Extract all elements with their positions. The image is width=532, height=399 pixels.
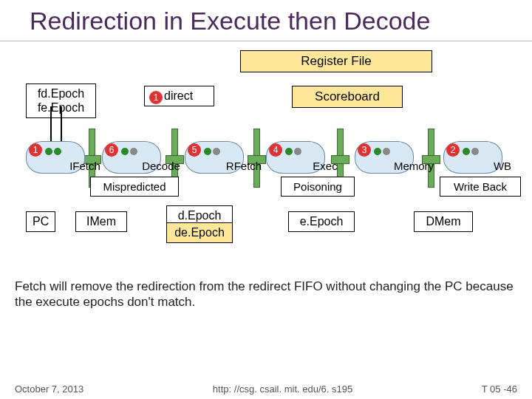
stage-memory: 3 Memory [355, 141, 414, 174]
stage-label: Exec [296, 160, 355, 172]
footer-url: http: //csg. csail. mit. edu/6. s195 [213, 383, 352, 395]
poisoning-box: Poisoning [281, 177, 355, 197]
footer-date: October 7, 2013 [15, 383, 83, 395]
stage-label: Decode [132, 160, 191, 172]
slide-caption: Fetch will remove the redirection from t… [0, 278, 532, 311]
epoch-dots [374, 145, 392, 157]
write-back-box: Write Back [440, 177, 521, 197]
imem-box: IMem [75, 211, 127, 232]
mispredicted-box: Mispredicted [90, 177, 179, 197]
redirect-box: 1 direct [144, 86, 214, 106]
stage-exec: 4 Exec [266, 141, 325, 174]
epoch-dots [204, 145, 222, 157]
stage-label: WB [473, 160, 532, 172]
scoreboard-box: Scoreboard [292, 86, 403, 108]
e-epoch-box: e.Epoch [288, 211, 355, 232]
stage-rfetch: 5 RFetch [185, 141, 244, 174]
register-file-box: Register File [240, 50, 432, 72]
pc-box: PC [26, 211, 55, 232]
stage-label: Memory [384, 160, 443, 172]
epoch-dots [463, 145, 480, 157]
epoch-dots [285, 145, 303, 157]
arrow [50, 106, 52, 142]
fifo-icon [253, 129, 260, 188]
fifo-icon [428, 129, 434, 188]
redirect-label: direct [164, 89, 193, 102]
stage-wb: 2 WB [443, 141, 502, 174]
redirect-step-num: 1 [149, 91, 163, 104]
slide-footer: October 7, 2013 http: //csg. csail. mit.… [0, 383, 532, 395]
stage-label: IFetch [55, 160, 115, 172]
footer-slide: T 05 -46 [482, 383, 517, 395]
de-epoch-box: de.Epoch [166, 222, 233, 243]
epoch-dots [45, 145, 63, 157]
stage-ifetch: 1 IFetch [26, 141, 85, 174]
epoch-dots [121, 145, 139, 157]
slide-title: Redirection in Execute then Decode [0, 0, 532, 41]
stage-label: RFetch [214, 160, 273, 172]
pipeline-diagram: Register File fd.Epoch fe.Epoch 1 direct… [15, 41, 517, 278]
dmem-box: DMem [414, 211, 473, 232]
arrow [61, 106, 62, 142]
fd-epoch-label: fd.Epoch [33, 87, 89, 100]
